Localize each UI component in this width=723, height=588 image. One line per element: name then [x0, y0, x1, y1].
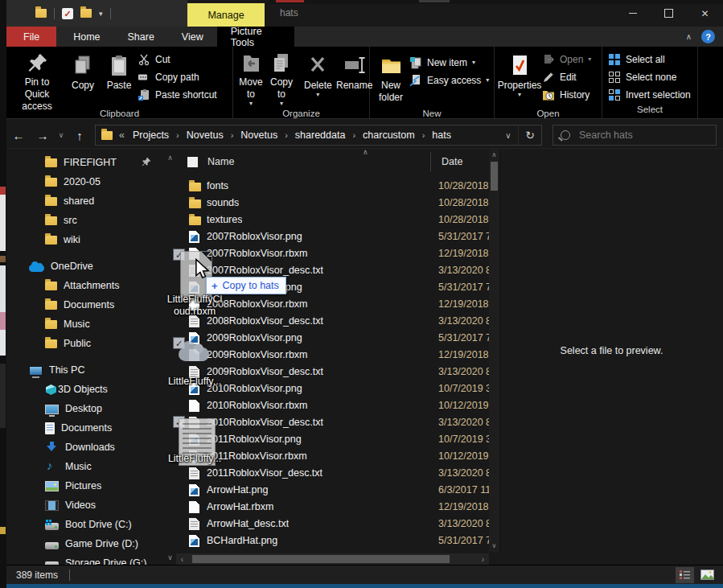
sidebar-item[interactable]: OneDrive — [6, 257, 164, 276]
tab-view[interactable]: View — [168, 27, 217, 47]
breadcrumb-segment[interactable]: Projects — [128, 130, 174, 141]
column-divider[interactable] — [430, 152, 431, 171]
file-row[interactable]: 2007RobloxVisor.rbxm 12/19/2018 — [176, 245, 489, 262]
select-none-button[interactable]: Select none — [608, 68, 691, 86]
tab-file[interactable]: File — [6, 27, 56, 47]
sidebar-item[interactable]: Pictures — [6, 476, 164, 495]
manage-contextual-tab[interactable]: Manage — [187, 3, 265, 27]
cut-button[interactable]: Cut — [138, 51, 217, 68]
sidebar-item[interactable]: 2020-05 — [6, 172, 164, 191]
checkmark-icon[interactable]: ✓ — [62, 8, 73, 19]
sidebar-item[interactable]: Attachments — [6, 276, 164, 295]
sidebar-item[interactable]: 3D Objects — [6, 380, 164, 399]
tab-picture-tools[interactable]: Picture Tools — [217, 27, 294, 47]
recent-locations-icon[interactable]: ∨ — [55, 131, 68, 139]
address-bar[interactable]: « Projects › Novetus › Novetus › sharedd… — [95, 125, 542, 146]
sidebar-item[interactable]: Downloads — [6, 438, 164, 457]
file-row[interactable]: 2008RobloxVisor.png 5/31/2017 7 — [176, 279, 489, 296]
new-item-button[interactable]: New item ▾ — [409, 54, 489, 72]
sidebar-scrollbar[interactable]: ∧ ∨ — [164, 149, 176, 565]
sidebar-item[interactable]: This PC — [6, 360, 164, 380]
history-button[interactable]: History — [542, 86, 591, 104]
up-button[interactable]: ↑ — [68, 129, 92, 142]
file-row[interactable]: 2010RobloxVisor.rbxm 10/12/2019 — [176, 397, 489, 414]
horizontal-scroll-track[interactable] — [188, 555, 477, 563]
sidebar-item[interactable]: wiki — [6, 230, 164, 249]
scroll-down-icon[interactable]: ∨ — [489, 542, 499, 549]
breadcrumb-overflow-icon[interactable]: « — [119, 130, 125, 141]
file-row[interactable]: 2009RobloxVisor.rbxm 12/19/2018 — [176, 347, 489, 364]
file-row[interactable]: ArrowHat.png 6/3/2017 11 — [176, 482, 489, 499]
horizontal-scroll-thumb[interactable] — [192, 555, 450, 563]
copy-to-button[interactable]: Copy to ▾ — [266, 49, 297, 109]
file-row[interactable]: 2010RobloxVisor_desc.txt 3/13/2020 8 — [176, 414, 489, 431]
address-dropdown-icon[interactable]: ∨ — [499, 131, 518, 140]
scroll-down-icon[interactable]: ∨ — [164, 553, 176, 561]
pin-to-quick-access-button[interactable]: Pin to Quick access — [9, 49, 65, 109]
paste-button[interactable]: Paste — [101, 49, 138, 109]
chevron-down-icon[interactable]: ▾ — [99, 10, 103, 18]
breadcrumb-segment[interactable]: Novetus — [182, 130, 228, 141]
refresh-icon[interactable]: ↻ — [518, 125, 541, 145]
file-row[interactable]: 2007RobloxVisor.png 5/31/2017 7 — [176, 228, 489, 245]
file-row[interactable]: ArrowHat.rbxm 12/19/2018 — [176, 499, 489, 516]
sidebar-item[interactable]: src — [6, 211, 164, 230]
select-all-checkbox[interactable] — [187, 157, 198, 167]
paste-shortcut-button[interactable]: Paste shortcut — [138, 86, 217, 104]
folder-icon[interactable] — [35, 9, 47, 18]
file-row[interactable]: BCHardHat.png 5/31/2017 7 — [176, 532, 489, 549]
move-to-button[interactable]: Move to ▾ — [236, 49, 266, 109]
file-row[interactable]: 2011RobloxVisor_desc.txt 3/13/2020 8 — [176, 465, 489, 482]
sidebar-item[interactable]: Music — [6, 457, 164, 476]
details-view-button[interactable] — [676, 567, 694, 583]
file-row[interactable]: 2007RobloxVisor_desc.txt 3/13/2020 8 — [176, 262, 489, 279]
rename-button[interactable]: Rename — [335, 49, 375, 109]
sidebar-item[interactable]: Music — [6, 315, 164, 334]
file-row[interactable]: sounds 10/28/2018 — [176, 195, 489, 212]
sidebar-item[interactable]: Game Drive (D:) — [6, 534, 164, 553]
easy-access-button[interactable]: Easy access ▾ — [409, 72, 489, 89]
sidebar-item[interactable]: Desktop — [6, 399, 164, 418]
file-row[interactable]: fonts 10/28/2018 — [176, 178, 489, 195]
new-folder-button[interactable]: New folder — [372, 49, 409, 109]
file-row[interactable]: 2011RobloxVisor.rbxm 10/12/2019 — [176, 448, 489, 465]
file-row[interactable]: 2008RobloxVisor_desc.txt 3/13/2020 8 — [176, 313, 489, 330]
file-row[interactable]: 2009RobloxVisor.png 5/31/2017 7 — [176, 330, 489, 347]
search-input[interactable] — [577, 129, 709, 142]
breadcrumb-segment[interactable]: Novetus — [236, 130, 282, 141]
tab-share[interactable]: Share — [114, 27, 168, 47]
sidebar-item[interactable]: Documents — [6, 418, 164, 438]
copy-button[interactable]: Copy — [65, 49, 101, 109]
collapse-ribbon-icon[interactable]: ∧ — [686, 32, 692, 41]
copy-path-button[interactable]: Copy path — [138, 68, 217, 86]
properties-button[interactable]: Properties ▾ — [497, 49, 542, 109]
help-icon[interactable]: ? — [701, 30, 715, 43]
sidebar-item[interactable]: Boot Drive (C:) — [6, 515, 164, 534]
scroll-left-icon[interactable]: ‹ — [176, 555, 188, 564]
back-button[interactable]: ← — [6, 129, 31, 142]
thumbnail-view-button[interactable] — [698, 567, 717, 583]
open-button[interactable]: Open ▾ — [542, 51, 591, 68]
sidebar-item[interactable]: Storage Drive (G:) — [6, 553, 164, 565]
sidebar-item[interactable]: shared — [6, 191, 164, 211]
scroll-right-icon[interactable]: › — [477, 555, 489, 564]
column-header-name[interactable]: Name — [207, 156, 234, 167]
file-row[interactable]: 2009RobloxVisor_desc.txt 3/13/2020 8 — [176, 364, 489, 380]
invert-selection-button[interactable]: Invert selection — [608, 86, 691, 104]
tab-home[interactable]: Home — [60, 27, 113, 47]
file-row[interactable]: 2011RobloxVisor.png 10/7/2019 3 — [176, 431, 489, 448]
breadcrumb-segment[interactable]: hats — [427, 130, 456, 141]
file-row[interactable]: ArrowHat_desc.txt 3/13/2020 8 — [176, 516, 489, 532]
file-row[interactable]: 2008RobloxVisor.rbxm 12/19/2018 — [176, 296, 489, 313]
delete-button[interactable]: Delete ▾ — [302, 49, 335, 109]
edit-button[interactable]: Edit — [542, 68, 591, 86]
vertical-scroll-thumb[interactable] — [491, 162, 498, 191]
folder-icon[interactable] — [80, 9, 92, 18]
forward-button[interactable]: → — [31, 129, 55, 142]
sidebar-item[interactable]: Public — [6, 334, 164, 353]
file-row[interactable]: 2010RobloxVisor.png 10/7/2019 3 — [176, 380, 489, 397]
file-row[interactable]: textures 10/28/2018 — [176, 212, 489, 228]
sidebar-item[interactable]: Videos — [6, 495, 164, 515]
select-all-button[interactable]: Select all — [608, 51, 691, 68]
breadcrumb-segment[interactable]: shareddata — [290, 130, 351, 141]
